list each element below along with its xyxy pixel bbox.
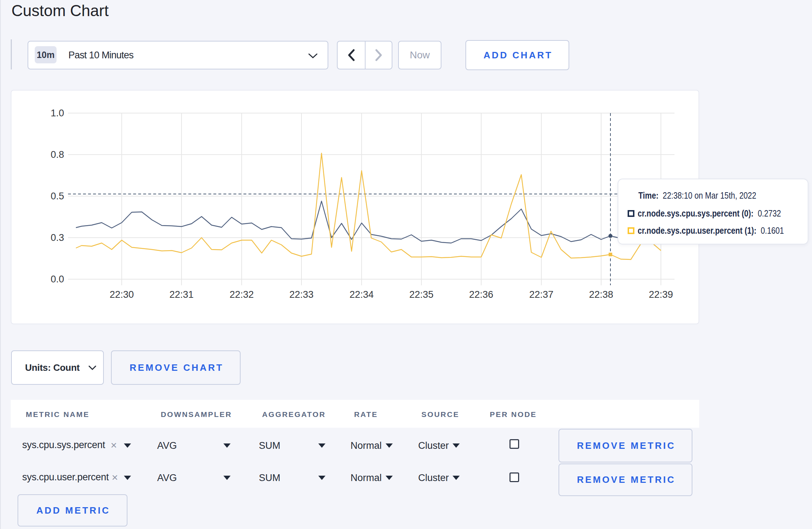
- svg-text:22:30: 22:30: [110, 289, 134, 300]
- svg-text:22:35: 22:35: [409, 289, 434, 300]
- svg-text:22:32: 22:32: [229, 289, 254, 300]
- svg-text:22:31: 22:31: [169, 289, 194, 300]
- svg-text:22:34: 22:34: [349, 289, 374, 300]
- svg-text:22:37: 22:37: [529, 289, 554, 300]
- svg-text:22:33: 22:33: [289, 289, 314, 300]
- svg-text:22:38: 22:38: [589, 289, 613, 300]
- svg-text:0.3: 0.3: [50, 232, 64, 243]
- svg-text:22:36: 22:36: [469, 289, 493, 300]
- svg-text:1.0: 1.0: [50, 108, 64, 118]
- svg-text:0.5: 0.5: [50, 191, 64, 202]
- svg-text:22:39: 22:39: [649, 289, 673, 300]
- svg-text:0.8: 0.8: [50, 149, 64, 160]
- svg-text:0.0: 0.0: [50, 274, 64, 285]
